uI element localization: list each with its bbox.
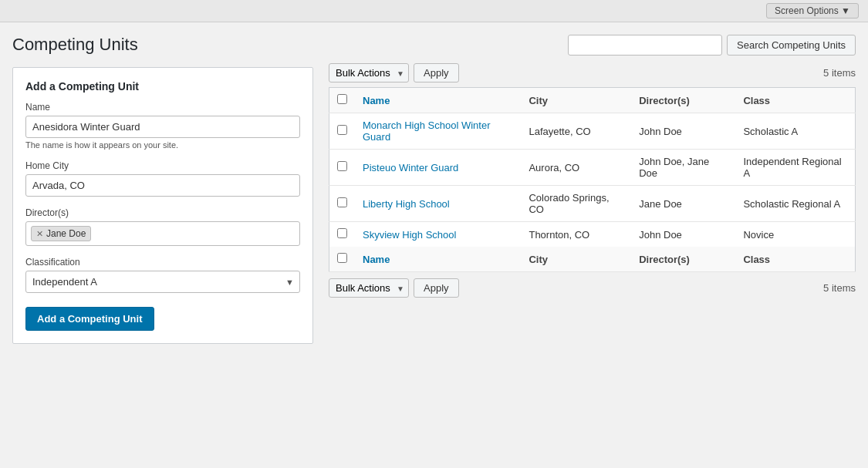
right-panel: Search Competing Units Bulk Actions ▼ Ap… [329, 35, 856, 457]
apply-button-top[interactable]: Apply [414, 63, 459, 82]
apply-button-bottom[interactable]: Apply [414, 278, 459, 298]
classification-select[interactable]: Independent A Scholastic A Scholastic Re… [25, 271, 300, 293]
classification-select-container: Independent A Scholastic A Scholastic Re… [25, 271, 300, 293]
classification-group: Classification Independent A Scholastic … [25, 257, 300, 293]
left-panel: Competing Units Add a Competing Unit Nam… [12, 35, 313, 457]
col-footer-name[interactable]: Name [355, 247, 521, 272]
unit-name-link[interactable]: Skyview High School [363, 229, 456, 241]
directors-label: Director(s) [25, 207, 300, 218]
add-unit-form: Add a Competing Unit Name The name is ho… [12, 67, 313, 344]
select-all-checkbox[interactable] [337, 94, 347, 104]
select-all-checkbox-footer[interactable] [337, 253, 347, 263]
table-row: Liberty High SchoolColorado Springs, COJ… [329, 186, 856, 222]
bottom-bulk-bar: Bulk Actions ▼ Apply 5 items [329, 278, 856, 298]
items-count-top: 5 items [823, 67, 856, 79]
unit-class: Novice [735, 222, 855, 247]
unit-name-link[interactable]: Monarch High School Winter Guard [363, 120, 490, 143]
unit-city: Thornton, CO [521, 222, 631, 247]
unit-class: Scholastic A [735, 113, 855, 150]
main-container: Competing Units Add a Competing Unit Nam… [0, 22, 868, 468]
row-checkbox-0[interactable] [337, 125, 347, 135]
unit-class: Scholastic Regional A [735, 186, 855, 222]
unit-class: Independent Regional A [735, 150, 855, 186]
bulk-actions-wrapper-bottom: Bulk Actions ▼ [329, 278, 409, 298]
unit-directors: John Doe [631, 222, 735, 247]
name-label: Name [25, 102, 300, 113]
name-group: Name The name is how it appears on your … [25, 102, 300, 150]
page-title: Competing Units [12, 35, 313, 55]
row-checkbox-1[interactable] [337, 161, 347, 171]
col-header-name[interactable]: Name [355, 88, 521, 113]
col-header-directors: Director(s) [631, 88, 735, 113]
name-hint: The name is how it appears on your site. [25, 140, 300, 150]
row-checkbox-3[interactable] [337, 228, 347, 238]
add-competing-unit-button[interactable]: Add a Competing Unit [25, 307, 154, 331]
unit-directors: Jane Doe [631, 186, 735, 222]
col-footer-city: City [521, 247, 631, 272]
city-input[interactable] [25, 174, 300, 197]
unit-city: Aurora, CO [521, 150, 631, 186]
bulk-actions-select-top[interactable]: Bulk Actions [329, 63, 409, 82]
unit-city: Colorado Springs, CO [521, 186, 631, 222]
col-header-city: City [521, 88, 631, 113]
items-count-bottom: 5 items [823, 282, 856, 294]
director-tag-name: Jane Doe [46, 228, 86, 239]
col-footer-class: Class [735, 247, 855, 272]
table-footer-row: Name City Director(s) Class [329, 247, 856, 272]
screen-options-button[interactable]: Screen Options ▼ [766, 3, 859, 19]
unit-city: Lafayette, CO [521, 113, 631, 150]
units-table: Name City Director(s) Class Monarch High… [329, 87, 856, 272]
directors-group: Director(s) ✕ Jane Doe [25, 207, 300, 246]
bulk-actions-select-bottom[interactable]: Bulk Actions [329, 278, 409, 298]
unit-directors: John Doe [631, 113, 735, 150]
unit-directors: John Doe, Jane Doe [631, 150, 735, 186]
screen-options-bar: Screen Options ▼ [0, 0, 868, 22]
directors-tag-input[interactable]: ✕ Jane Doe [25, 221, 300, 246]
remove-tag-icon[interactable]: ✕ [36, 229, 43, 239]
col-footer-directors: Director(s) [631, 247, 735, 272]
bulk-actions-wrapper-top: Bulk Actions ▼ [329, 63, 409, 82]
search-input[interactable] [568, 35, 722, 56]
top-search-bar: Search Competing Units [329, 35, 856, 56]
select-all-header [329, 88, 356, 113]
city-group: Home City [25, 160, 300, 197]
table-header-row: Name City Director(s) Class [329, 88, 856, 113]
col-header-class: Class [735, 88, 855, 113]
table-row: Pisteuo Winter GuardAurora, COJohn Doe, … [329, 150, 856, 186]
form-title: Add a Competing Unit [25, 80, 300, 93]
name-input[interactable] [25, 116, 300, 138]
row-checkbox-2[interactable] [337, 197, 347, 207]
unit-name-link[interactable]: Liberty High School [363, 198, 450, 210]
city-label: Home City [25, 160, 300, 171]
table-row: Monarch High School Winter GuardLafayett… [329, 113, 856, 150]
search-button[interactable]: Search Competing Units [727, 35, 856, 56]
search-box: Search Competing Units [568, 35, 856, 56]
top-bulk-bar: Bulk Actions ▼ Apply 5 items [329, 63, 856, 82]
director-tag: ✕ Jane Doe [31, 226, 91, 241]
unit-name-link[interactable]: Pisteuo Winter Guard [363, 162, 458, 173]
classification-label: Classification [25, 257, 300, 268]
table-row: Skyview High SchoolThornton, COJohn DoeN… [329, 222, 856, 247]
select-all-footer [329, 247, 356, 272]
